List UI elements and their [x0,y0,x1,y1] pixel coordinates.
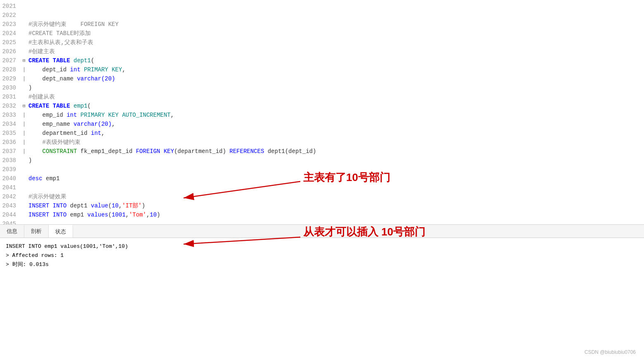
code-line-2030: 2030) [0,83,644,92]
code-content[interactable]: CONSTRAINT fk_emp1_dept_id FOREIGN KEY(d… [28,147,644,156]
line-number: 2042 [0,192,23,201]
output-line: INSERT INTO emp1 values(1001,'Tom',10) [6,242,638,251]
line-number: 2032 [0,101,23,111]
code-line-2032: 2032⊟CREATE TABLE emp1( [0,101,644,111]
fold-icon[interactable]: ⊟ [23,101,28,111]
code-line-2027: 2027⊟CREATE TABLE dept1( [0,56,644,65]
code-content[interactable]: desc emp1 [28,174,644,183]
editor-area[interactable]: 202120222023#演示外键约束 FOREIGN KEY2024#CREA… [0,0,644,225]
tab-info[interactable]: 信息 [0,225,24,238]
fold-icon[interactable]: │ [23,138,28,147]
line-number: 2036 [0,138,23,147]
line-number: 2039 [0,165,23,174]
line-number: 2024 [0,29,23,38]
code-line-2038: 2038) [0,156,644,165]
code-line-2033: 2033│ emp_id int PRIMARY KEY AUTO_INCREM… [0,111,644,120]
code-content[interactable]: #演示外键约束 FOREIGN KEY [28,20,644,29]
code-content[interactable]: ) [28,83,644,92]
output-line: > 时间: 0.013s [6,260,638,269]
code-content[interactable]: dept_name varchar(20) [28,74,644,83]
code-content[interactable]: INSERT INTO dept1 value(10,'IT部') [28,201,644,210]
code-line-2037: 2037│ CONSTRAINT fk_emp1_dept_id FOREIGN… [0,147,644,156]
fold-icon[interactable]: │ [23,147,28,156]
code-line-2044: 2044INSERT INTO emp1 values(1001,'Tom',1… [0,210,644,219]
line-number: 2023 [0,20,23,29]
line-number: 2037 [0,147,23,156]
tabs-bar[interactable]: 信息 剖析 状态 [0,225,644,238]
code-line-2023: 2023#演示外键约束 FOREIGN KEY [0,20,644,29]
code-content[interactable]: #表级外键约束 [28,138,644,147]
line-number: 2029 [0,74,23,83]
line-number: 2026 [0,47,23,56]
output-area: INSERT INTO emp1 values(1001,'Tom',10)> … [0,238,644,360]
tab-status[interactable]: 状态 [49,225,73,238]
line-number: 2030 [0,83,23,92]
code-content[interactable]: dept_id int PRIMARY KEY, [28,65,644,74]
code-content[interactable]: #演示外键效果 [28,192,644,201]
bottom-panel: 信息 剖析 状态 INSERT INTO emp1 values(1001,'T… [0,225,644,360]
line-number: 2045 [0,219,23,225]
line-number: 2028 [0,65,23,74]
code-line-2040: 2040desc emp1 [0,174,644,183]
code-line-2041: 2041 [0,183,644,192]
code-content[interactable]: department_id int, [28,129,644,138]
watermark: CSDN @biubiubiu0706 [585,349,636,355]
code-content[interactable]: #主表和从表,父表和子表 [28,38,644,47]
code-content[interactable]: #创建从表 [28,92,644,101]
line-number: 2041 [0,183,23,192]
fold-icon[interactable]: │ [23,65,28,74]
output-line: > Affected rows: 1 [6,251,638,260]
code-line-2034: 2034│ emp_name varchar(20), [0,120,644,129]
fold-icon[interactable]: │ [23,74,28,83]
code-content[interactable]: CREATE TABLE dept1( [28,56,644,65]
line-number: 2043 [0,201,23,210]
code-line-2025: 2025#主表和从表,父表和子表 [0,38,644,47]
code-content[interactable]: emp_name varchar(20), [28,120,644,129]
code-line-2039: 2039 [0,165,644,174]
code-line-2024: 2024#CREATE TABLE时添加 [0,29,644,38]
code-content[interactable]: ) [28,156,644,165]
code-line-2036: 2036│ #表级外键约束 [0,138,644,147]
code-content[interactable]: #创建主表 [28,47,644,56]
line-number: 2022 [0,11,23,20]
line-number: 2038 [0,156,23,165]
code-line-2042: 2042#演示外键效果 [0,192,644,201]
code-content[interactable]: emp_id int PRIMARY KEY AUTO_INCREMENT, [28,111,644,120]
fold-icon[interactable]: │ [23,129,28,138]
fold-icon[interactable]: ⊟ [23,56,28,65]
code-line-2029: 2029│ dept_name varchar(20) [0,74,644,83]
code-line-2045: 2045 [0,219,644,225]
fold-icon[interactable]: │ [23,120,28,129]
tab-analyze[interactable]: 剖析 [24,225,49,238]
line-number: 2044 [0,210,23,219]
code-line-2035: 2035│ department_id int, [0,129,644,138]
code-content[interactable]: CREATE TABLE emp1( [28,101,644,111]
code-line-2026: 2026#创建主表 [0,47,644,56]
line-number: 2027 [0,56,23,65]
line-number: 2033 [0,111,23,120]
line-number: 2025 [0,38,23,47]
code-line-2021: 2021 [0,2,644,11]
line-number: 2035 [0,129,23,138]
code-line-2031: 2031#创建从表 [0,92,644,101]
code-line-2028: 2028│ dept_id int PRIMARY KEY, [0,65,644,74]
code-line-2043: 2043INSERT INTO dept1 value(10,'IT部') [0,201,644,210]
code-content[interactable]: #CREATE TABLE时添加 [28,29,644,38]
line-number: 2021 [0,2,23,11]
code-content[interactable]: INSERT INTO emp1 values(1001,'Tom',10) [28,210,644,219]
code-line-2022: 2022 [0,11,644,20]
fold-icon[interactable]: │ [23,111,28,120]
line-number: 2034 [0,120,23,129]
line-number: 2040 [0,174,23,183]
line-number: 2031 [0,92,23,101]
